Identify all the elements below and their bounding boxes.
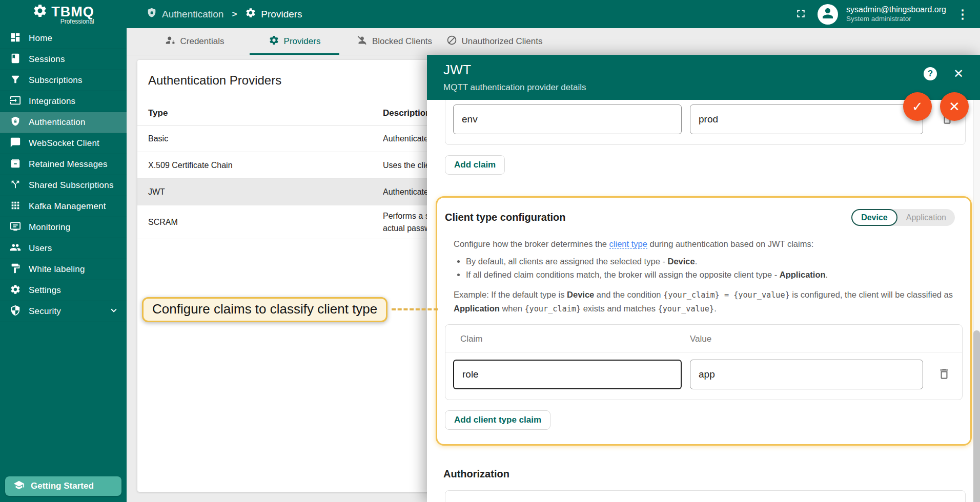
client-type-toggle: Device Application — [851, 209, 955, 226]
user-role: System administrator — [846, 15, 946, 24]
format-paint-icon — [10, 263, 21, 276]
cancel-fab-button[interactable]: ✕ — [940, 92, 969, 121]
trash-icon — [937, 374, 951, 382]
client-type-claims-card: Claim Value — [445, 324, 963, 400]
close-icon: ✕ — [949, 99, 960, 115]
jwt-details-drawer: JWT MQTT authentication provider details… — [427, 55, 980, 502]
gear-icon — [269, 35, 279, 48]
tab-bar: Credentials Providers Blocked Clients Un… — [127, 28, 980, 55]
delete-client-type-claim-button[interactable] — [936, 366, 952, 383]
breadcrumb-authentication[interactable]: Authentication — [146, 7, 223, 21]
annotation-connector-line — [392, 308, 438, 310]
close-icon: ✕ — [953, 67, 964, 80]
check-icon: ✓ — [912, 99, 923, 115]
help-button[interactable]: ? — [924, 67, 937, 80]
client-type-bullets: By default, all clients are assigned the… — [454, 257, 963, 280]
sidebar-item-subscriptions[interactable]: Subscriptions — [0, 70, 127, 91]
logo-title: TBMQ — [51, 4, 94, 20]
drawer-close-button[interactable]: ✕ — [950, 67, 967, 80]
chat-icon — [10, 137, 21, 150]
gear-icon — [10, 284, 21, 297]
add-client-type-claim-button[interactable]: Add client type claim — [445, 410, 550, 430]
toggle-option-device[interactable]: Device — [851, 209, 897, 226]
scrollbar-thumb[interactable] — [973, 330, 980, 502]
column-header-type[interactable]: Type — [137, 108, 383, 118]
tbmq-app-window: TBMQ Professional Authentication > Provi… — [0, 0, 980, 502]
dashboard-icon — [10, 32, 21, 45]
authorization-card: Default authorization rules Authorizatio… — [445, 490, 966, 502]
user-email: sysadmin@thingsboard.org — [846, 5, 946, 15]
authorization-title: Authorization — [443, 468, 965, 480]
gear-icon — [245, 7, 256, 21]
more-menu-button[interactable]: ⋮ — [954, 6, 971, 23]
sidebar-item-integrations[interactable]: Integrations — [0, 91, 127, 112]
call-split-icon — [10, 179, 21, 192]
top-header-bar: TBMQ Professional Authentication > Provi… — [0, 0, 980, 28]
tab-unauthorized-clients[interactable]: Unauthorized Clients — [444, 28, 544, 55]
claim-input[interactable] — [453, 104, 682, 134]
breadcrumb: Authentication > Providers — [146, 7, 302, 21]
breadcrumb-providers[interactable]: Providers — [245, 7, 302, 21]
input-icon — [10, 95, 21, 108]
client-type-link[interactable]: client type — [609, 239, 647, 249]
value-input[interactable] — [690, 104, 923, 134]
client-type-claim-input[interactable] — [453, 360, 682, 389]
help-icon: ? — [928, 69, 933, 79]
people-icon — [10, 242, 21, 255]
sidebar-item-home[interactable]: Home — [0, 28, 127, 49]
sidebar-item-settings[interactable]: Settings — [0, 280, 127, 301]
logo-subtitle: Professional — [60, 18, 94, 25]
tab-blocked-clients[interactable]: Blocked Clients — [344, 28, 444, 55]
client-type-value-input[interactable] — [690, 360, 923, 389]
person-lock-icon — [165, 35, 176, 48]
tab-providers[interactable]: Providers — [244, 28, 344, 55]
person-icon — [820, 6, 835, 23]
drawer-header: JWT MQTT authentication provider details… — [427, 55, 980, 100]
breadcrumb-separator: > — [232, 9, 237, 19]
shield-icon — [10, 305, 21, 318]
tab-credentials[interactable]: Credentials — [145, 28, 244, 55]
sidebar-item-white-labeling[interactable]: White labeling — [0, 259, 127, 280]
school-icon — [13, 479, 25, 493]
tbmq-logo[interactable]: TBMQ Professional — [32, 3, 94, 25]
tbmq-gear-logo-icon — [32, 3, 48, 20]
more-vert-icon: ⋮ — [956, 8, 969, 20]
block-icon — [446, 35, 457, 48]
drawer-body: Add claim Client type configuration Devi… — [427, 100, 973, 502]
filter-icon — [10, 74, 21, 87]
apps-grid-icon — [10, 200, 21, 213]
sidebar-item-authentication[interactable]: Authentication — [0, 112, 127, 133]
getting-started-button[interactable]: Getting Started — [5, 476, 121, 496]
drawer-title: JWT — [443, 62, 967, 78]
client-type-configuration-section: Client type configuration Device Applica… — [436, 196, 972, 446]
person-off-icon — [357, 35, 368, 48]
user-avatar[interactable] — [818, 4, 838, 25]
drawer-subtitle: MQTT authentication provider details — [443, 82, 967, 93]
sidebar-item-kafka-management[interactable]: Kafka Management — [0, 196, 127, 217]
sidebar-item-monitoring[interactable]: Monitoring — [0, 217, 127, 238]
sidebar-item-websocket-client[interactable]: WebSocket Client — [0, 133, 127, 154]
fullscreen-button[interactable] — [792, 5, 809, 24]
jwt-claims-card — [445, 100, 966, 145]
sidebar-item-users[interactable]: Users — [0, 238, 127, 259]
sidebar-item-sessions[interactable]: Sessions — [0, 49, 127, 70]
confirm-fab-button[interactable]: ✓ — [903, 92, 932, 121]
client-type-example: Example: If the default type is Device a… — [454, 288, 957, 315]
sidebar-item-security[interactable]: Security — [0, 301, 127, 322]
toggle-option-application[interactable]: Application — [897, 209, 955, 226]
user-info: sysadmin@thingsboard.org System administ… — [846, 5, 946, 24]
client-type-intro: Configure how the broker determines the … — [454, 237, 957, 250]
sidebar-item-shared-subscriptions[interactable]: Shared Subscriptions — [0, 175, 127, 196]
sidebar-item-retained-messages[interactable]: Retained Messages — [0, 154, 127, 175]
client-type-claim-row — [445, 352, 962, 400]
add-claim-button[interactable]: Add claim — [445, 155, 505, 175]
archive-icon — [10, 158, 21, 171]
annotation-callout: Configure claims to classify client type — [142, 297, 387, 322]
book-icon — [10, 53, 21, 66]
monitor-icon — [10, 221, 21, 234]
sidebar: Home Sessions Subscriptions Integrations… — [0, 28, 127, 502]
claim-column-header: Claim — [453, 334, 690, 344]
shield-lock-icon — [146, 7, 157, 21]
drawer-scrollbar[interactable] — [973, 100, 980, 502]
claim-row — [445, 100, 965, 144]
